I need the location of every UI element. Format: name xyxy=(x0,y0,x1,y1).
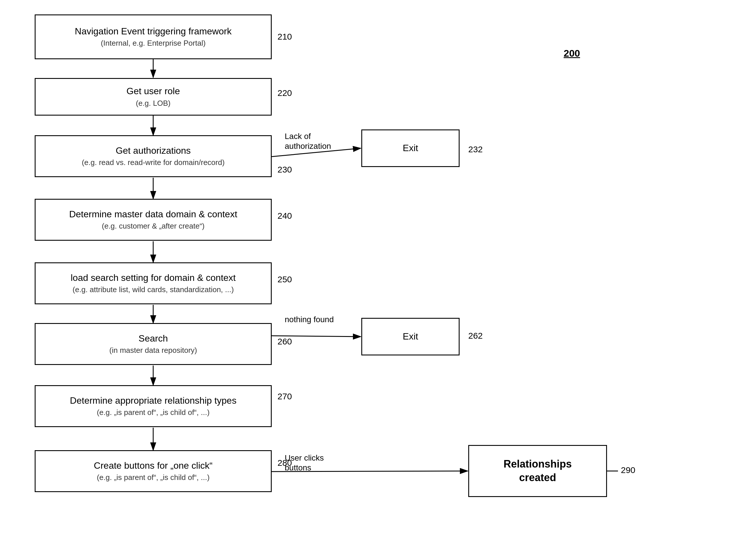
box1-main-text: Navigation Event triggering framework xyxy=(75,25,231,38)
box6-main-text: Search xyxy=(138,333,168,345)
box-determine-relationship-types: Determine appropriate relationship types… xyxy=(35,385,272,427)
exit2-text: Exit xyxy=(403,331,418,343)
box3-main-text: Get authorizations xyxy=(116,145,191,157)
box3-sub-text: (e.g. read vs. read-write for domain/rec… xyxy=(82,158,224,168)
diagram-container: Navigation Event triggering framework (I… xyxy=(0,0,731,560)
exit-box-2: Exit xyxy=(361,318,460,355)
label-210: 210 xyxy=(277,32,292,42)
box8-sub-text: (e.g. „is parent of“, „is child of“, ...… xyxy=(97,473,209,483)
box7-sub-text: (e.g. „is parent of“, „is child of“, ...… xyxy=(97,408,209,418)
edge-label-lack-auth: Lack of authorization xyxy=(285,131,331,151)
edge-label-nothing-found: nothing found xyxy=(285,315,334,324)
box5-main-text: load search setting for domain & context xyxy=(71,272,236,284)
box-determine-master-data: Determine master data domain & context (… xyxy=(35,199,272,241)
label-220: 220 xyxy=(277,88,292,98)
box2-main-text: Get user role xyxy=(127,85,180,97)
box-navigation-event: Navigation Event triggering framework (I… xyxy=(35,14,272,59)
box2-sub-text: (e.g. LOB) xyxy=(136,99,170,108)
box4-sub-text: (e.g. customer & „after create“) xyxy=(102,221,204,231)
label-200: 200 xyxy=(564,48,580,59)
label-250: 250 xyxy=(277,275,292,284)
label-290: 290 xyxy=(621,465,635,475)
box4-main-text: Determine master data domain & context xyxy=(69,208,237,220)
box6-sub-text: (in master data repository) xyxy=(109,346,197,355)
exit1-text: Exit xyxy=(403,142,418,154)
box-search: Search (in master data repository) xyxy=(35,323,272,365)
box5-sub-text: (e.g. attribute list, wild cards, standa… xyxy=(73,285,234,295)
box-load-search-setting: load search setting for domain & context… xyxy=(35,262,272,304)
edge-label-user-clicks: User clicks buttons xyxy=(285,453,324,472)
label-240: 240 xyxy=(277,211,292,221)
label-262: 262 xyxy=(468,331,483,341)
box-get-authorizations: Get authorizations (e.g. read vs. read-w… xyxy=(35,135,272,177)
label-260: 260 xyxy=(277,337,292,346)
box-get-user-role: Get user role (e.g. LOB) xyxy=(35,78,272,116)
label-270: 270 xyxy=(277,392,292,401)
box8-main-text: Create buttons for „one click“ xyxy=(94,460,213,472)
box7-main-text: Determine appropriate relationship types xyxy=(70,395,236,407)
result-text: Relationships created xyxy=(504,457,572,485)
exit-box-1: Exit xyxy=(361,129,460,167)
box-create-buttons: Create buttons for „one click“ (e.g. „is… xyxy=(35,450,272,492)
label-232: 232 xyxy=(468,144,483,154)
result-box: Relationships created xyxy=(468,445,607,497)
box1-sub-text: (Internal, e.g. Enterprise Portal) xyxy=(101,38,206,48)
label-230: 230 xyxy=(277,165,292,175)
